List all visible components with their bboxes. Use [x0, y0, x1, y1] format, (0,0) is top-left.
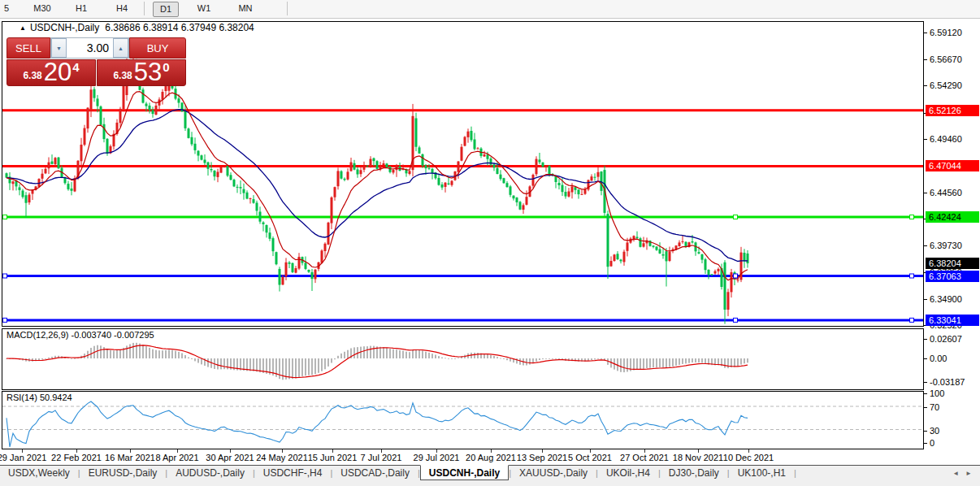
date-label: 15 Jun 2021 — [308, 453, 358, 462]
arrow-down-icon: ▼ — [56, 46, 62, 51]
date-label: 10 Dec 2021 — [723, 453, 774, 462]
date-label: 29 Jul 2021 — [414, 453, 460, 462]
rsi-axis-tick: 100 — [925, 388, 944, 398]
chart-tab-eurusd-daily[interactable]: EURUSD-,Daily — [80, 466, 166, 480]
macd-axis-tick: 0.02607 — [925, 334, 962, 344]
ma-fast-line[interactable] — [7, 92, 748, 280]
price-tick: 6.56670 — [925, 54, 962, 64]
bottom-strip — [0, 480, 980, 486]
line-handle[interactable] — [734, 215, 738, 219]
rsi-panel[interactable] — [2, 391, 924, 449]
volume-increase-button[interactable]: ▲ — [113, 38, 128, 58]
chart-tab-bar: USDX,Weekly|EURUSD-,Daily|AUDUSD-,Daily|… — [0, 465, 980, 480]
chart-tab-uk100-h1[interactable]: UK100-,H1 — [730, 466, 794, 480]
macd-label: MACD(12,26,9) -0.003740 -0.007295 — [7, 330, 154, 340]
arrow-up-icon: ▲ — [118, 46, 124, 51]
timeframe-button-h1[interactable]: H1 — [72, 2, 90, 15]
line-handle[interactable] — [910, 274, 914, 278]
date-axis: 29 Jan 202122 Feb 202116 Mar 20218 Apr 2… — [2, 449, 924, 465]
date-label: 18 Nov 2021 — [673, 453, 723, 462]
level-price-label: 6.33041 — [926, 315, 979, 326]
timeframe-button-d1[interactable]: D1 — [153, 2, 179, 17]
chart-tab-ukoil-h4[interactable]: UKOil-,H4 — [598, 466, 658, 480]
line-handle[interactable] — [910, 318, 914, 322]
date-label: 16 Mar 2021 — [105, 453, 155, 462]
date-label: 5 Oct 2021 — [568, 453, 612, 462]
buy-button[interactable]: BUY — [129, 37, 186, 59]
rsi-chart[interactable] — [2, 392, 923, 449]
rsi-axis-tick: 70 — [925, 402, 939, 412]
price-tick: 6.49460 — [925, 134, 962, 144]
date-label: 13 Sep 2021 — [517, 453, 567, 462]
toolbar-separator — [287, 2, 288, 15]
level-price-label: 6.42424 — [926, 211, 979, 223]
collapse-triangle-icon: ▲ — [20, 24, 26, 32]
chart-tab-usdchf-h4[interactable]: USDCHF-,H4 — [255, 466, 331, 480]
sell-button[interactable]: SELL — [7, 37, 50, 59]
date-label: 8 Apr 2021 — [155, 453, 198, 462]
line-handle[interactable] — [734, 318, 738, 322]
chart-symbol-label: USDCNH-,Daily — [30, 22, 99, 33]
buy-price-point: 0 — [163, 60, 169, 74]
date-label: 20 Aug 2021 — [466, 453, 516, 462]
line-handle[interactable] — [3, 318, 7, 322]
chart-ohlc-values: 6.38686 6.38914 6.37949 6.38204 — [105, 22, 254, 33]
trading-terminal-window: 5M30H1H4D1W1MN ▲USDCNH-,Daily6.38686 6.3… — [0, 0, 980, 486]
chart-tab-usdx-weekly[interactable]: USDX,Weekly — [0, 466, 78, 480]
line-handle[interactable] — [910, 215, 914, 219]
date-label: 22 Feb 2021 — [51, 453, 102, 462]
timeframe-button-h4[interactable]: H4 — [113, 2, 131, 15]
price-tick: 6.59120 — [925, 28, 962, 37]
date-label: 24 May 2021 — [256, 453, 308, 462]
timeframe-button-m30[interactable]: M30 — [31, 2, 54, 15]
level-price-label: 6.52126 — [926, 105, 979, 116]
timeframe-button-w1[interactable]: W1 — [194, 2, 214, 15]
timeframe-button-5[interactable]: 5 — [2, 2, 11, 15]
chart-tab-usdcnh-daily[interactable]: USDCNH-,Daily — [420, 465, 509, 480]
chart-tab-dj30-daily[interactable]: DJ30-,Daily — [661, 466, 727, 480]
buy-price-prefix: 6.38 — [113, 70, 132, 81]
current-price-label: 6.38204 — [926, 258, 979, 269]
line-handle[interactable] — [3, 274, 7, 278]
rsi-axis-tick: 0 — [925, 438, 934, 448]
chart-tab-xauusd-daily[interactable]: XAUUSD-,Daily — [511, 466, 596, 480]
volume-decrease-button[interactable]: ▼ — [51, 38, 67, 58]
macd-axis-tick: 0.00 — [925, 354, 947, 363]
date-label: 30 Apr 2021 — [206, 453, 254, 462]
price-tick: 6.34900 — [925, 294, 962, 304]
tab-scroll-right-icon[interactable]: ► — [965, 470, 972, 477]
tab-scroll-left-icon[interactable]: ◄ — [952, 470, 959, 477]
price-tick: 6.54290 — [925, 80, 962, 90]
level-price-label: 6.47044 — [926, 160, 979, 171]
one-click-trading-panel: SELL ▼ ▲ BUY 6.38204 6.38530 — [7, 37, 186, 86]
line-handle[interactable] — [734, 274, 738, 278]
date-label: 7 Jul 2021 — [361, 453, 402, 462]
volume-spinner: ▼ ▲ — [50, 37, 129, 59]
buy-price-pips: 53 — [134, 61, 162, 84]
timeframe-toolbar: 5M30H1H4D1W1MN — [0, 0, 980, 19]
sell-price-pips: 20 — [44, 61, 72, 84]
level-price-label: 6.37063 — [926, 271, 979, 282]
rsi-axis-tick: 30 — [925, 426, 939, 436]
timeframe-button-mn[interactable]: MN — [235, 2, 256, 15]
toolbar-separator — [144, 2, 145, 15]
price-tick: 6.44560 — [925, 188, 962, 197]
price-tick: 6.39730 — [925, 241, 962, 250]
buy-price-quote[interactable]: 6.38530 — [97, 59, 186, 86]
date-label: 29 Jan 2021 — [0, 453, 46, 462]
sell-price-point: 4 — [72, 60, 79, 74]
price-axis: 6.591206.566706.542906.518406.494606.445… — [925, 21, 980, 464]
rsi-label: RSI(14) 50.9424 — [7, 393, 72, 402]
rsi-line — [7, 401, 748, 447]
date-label: 27 Oct 2021 — [620, 453, 669, 462]
chart-tab-audusd-daily[interactable]: AUDUSD-,Daily — [167, 466, 253, 480]
sell-price-prefix: 6.38 — [23, 70, 41, 81]
tab-separator: | — [794, 468, 796, 478]
sell-price-quote[interactable]: 6.38204 — [7, 59, 96, 86]
volume-input[interactable] — [67, 38, 113, 58]
chart-title: ▲USDCNH-,Daily6.38686 6.38914 6.37949 6.… — [20, 22, 254, 33]
line-handle[interactable] — [3, 215, 7, 219]
tab-scroll-nav: ◄► — [944, 466, 980, 480]
chart-tab-usdcad-daily[interactable]: USDCAD-,Daily — [332, 466, 418, 480]
macd-axis-tick: -0.03187 — [925, 377, 965, 387]
